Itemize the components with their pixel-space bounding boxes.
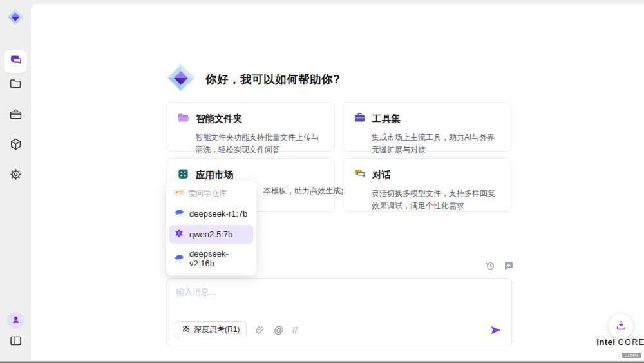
- model-option-label: deepseek-r1:7b: [189, 209, 247, 219]
- deepseek-whale-icon: [174, 253, 184, 265]
- intel-brand-text: intel: [596, 337, 615, 347]
- model-option-label: deepseek-v2:16b: [189, 249, 249, 268]
- gem-logo-icon[interactable]: [6, 8, 24, 26]
- new-chat-button[interactable]: [502, 259, 515, 271]
- composer: 深度思考(R1) @ #: [166, 278, 512, 346]
- sidebar-item-profile[interactable]: [7, 312, 24, 329]
- card-title: 应用市场: [196, 169, 233, 181]
- card-title: 工具集: [372, 113, 401, 125]
- atom-icon: [182, 324, 191, 335]
- mention-button[interactable]: @: [274, 324, 283, 335]
- hash-button[interactable]: #: [292, 324, 298, 335]
- user-avatar-icon: [10, 314, 21, 328]
- message-input[interactable]: [176, 286, 501, 317]
- composer-toolbar: 深度思考(R1) @ #: [175, 321, 502, 338]
- model-option-label: qwen2.5:7b: [189, 230, 232, 239]
- panel-layout-icon: [9, 334, 23, 350]
- card-description-visible: 本模板，助力高效生成多: [263, 186, 348, 197]
- card-smart-folder[interactable]: 智能文件夹 智能文件夹功能支持批量文件上传与清洗，轻松实现文件问答: [166, 102, 335, 152]
- sidebar-item-models[interactable]: [8, 138, 23, 152]
- send-button[interactable]: [489, 324, 502, 337]
- card-description: 灵活切换多模型文件，支持多样回复效果调试，满足个性化需求: [354, 188, 500, 212]
- deep-think-button[interactable]: 深度思考(R1): [175, 321, 247, 338]
- model-dropdown-header: 爱问学仓库: [169, 184, 253, 202]
- model-option-deepseek-v2[interactable]: deepseek-v2:16b: [169, 246, 253, 271]
- chat-bubbles-icon: [9, 54, 23, 70]
- qwen-star-icon: [174, 228, 184, 240]
- model-option-qwen[interactable]: qwen2.5:7b: [169, 225, 253, 244]
- sidebar-item-toolbox[interactable]: [8, 108, 23, 123]
- cube-icon: [9, 137, 23, 153]
- card-description: 集成市场上主流工具，助力AI与外界无缝扩展与对接: [354, 132, 500, 156]
- sidebar-item-folders[interactable]: [8, 77, 23, 92]
- deep-think-label: 深度思考(R1): [194, 324, 240, 335]
- card-description: 智能文件夹功能支持批量文件上传与清洗，轻松实现文件问答: [177, 132, 324, 156]
- model-option-deepseek-r1[interactable]: deepseek-r1:7b: [169, 204, 253, 223]
- sidebar-item-collapse[interactable]: [8, 335, 23, 349]
- deepseek-whale-icon: [174, 208, 184, 220]
- app-window: 你好，我可以如何帮助你? 智能文件夹 智能文件夹功能支持批量文件上传与清洗，轻松…: [0, 0, 644, 363]
- repository-card-icon: [174, 188, 184, 199]
- sidebar: [0, 0, 31, 361]
- repository-label: 爱问学仓库: [188, 188, 227, 199]
- card-dialog[interactable]: 对话 灵活切换多模型文件，支持多样回复效果调试，满足个性化需求: [343, 158, 511, 212]
- model-dropdown: 爱问学仓库 deepseek-r1:7b qwen2.5:7b: [166, 181, 256, 275]
- history-button[interactable]: [484, 259, 496, 271]
- chat-actions: [484, 259, 515, 271]
- intel-product-text: CORE: [618, 338, 644, 347]
- folder-icon: [9, 77, 23, 93]
- card-title: 对话: [372, 169, 391, 181]
- toolset-briefcase-icon: [354, 112, 366, 126]
- sidebar-item-chat[interactable]: [4, 50, 27, 73]
- card-toolset[interactable]: 工具集 集成市场上主流工具，助力AI与外界无缝扩展与对接: [343, 102, 511, 152]
- download-tray-icon: [615, 319, 627, 334]
- briefcase-icon: [9, 108, 23, 124]
- greeting-title: 你好，我可以如何帮助你?: [205, 72, 340, 87]
- smart-folder-icon: [177, 112, 189, 126]
- intel-core-logo: intel CORE ULTRA: [596, 336, 644, 359]
- gear-icon: [9, 168, 23, 184]
- download-button[interactable]: [609, 314, 633, 338]
- sidebar-item-settings[interactable]: [8, 168, 23, 182]
- gem-logo-icon: [166, 63, 196, 95]
- card-title: 智能文件夹: [196, 113, 243, 125]
- attach-file-button[interactable]: [255, 325, 265, 335]
- dialog-bubbles-icon: [354, 168, 366, 182]
- intel-tier-badge: ULTRA: [622, 353, 642, 358]
- greeting: 你好，我可以如何帮助你?: [166, 63, 340, 95]
